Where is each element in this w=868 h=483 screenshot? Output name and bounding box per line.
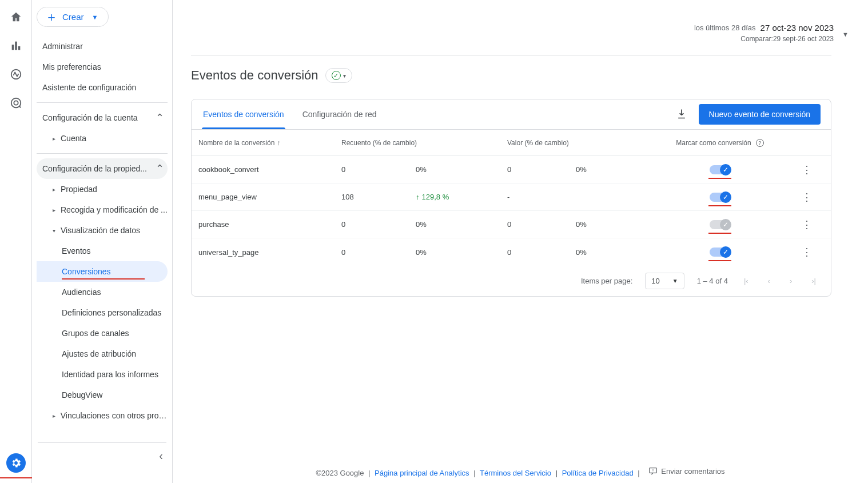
footer-link-terms[interactable]: Términos del Servicio (480, 469, 551, 477)
table-row: universal_ty_page00%00%✓⋮ (192, 238, 831, 266)
pct-change: 0% (416, 165, 427, 174)
title-status-badge[interactable]: ✓ ▾ (325, 68, 352, 83)
conversion-toggle[interactable]: ✓ (710, 193, 730, 202)
pct-change-up: ↑129,8 % (416, 193, 449, 201)
help-icon[interactable]: ? (756, 139, 764, 147)
date-range-value: 27 oct-23 nov 2023 (761, 23, 834, 33)
main-content: los últimos 28 días 27 oct-23 nov 2023 C… (173, 0, 868, 483)
col-value-label: Valor (% de cambio) (507, 139, 650, 147)
account-subitem[interactable]: ▸Cuenta (37, 128, 168, 149)
nav-item-0[interactable]: Administrar (37, 36, 168, 57)
table-row: purchase00%00%✓⋮ (192, 211, 831, 238)
svg-rect-0 (11, 45, 14, 50)
pct-change: 0% (416, 248, 427, 257)
nav-item-1[interactable]: Mis preferencias (37, 57, 168, 77)
cell-name[interactable]: cookbook_convert (198, 165, 341, 174)
date-range-compare: Comparar:29 sept-26 oct 2023 (694, 35, 834, 43)
settings-icon[interactable] (6, 453, 26, 473)
cell-count: 0 (341, 165, 416, 174)
cell-count: 0 (341, 248, 416, 257)
section-property[interactable]: Configuración de la propied... ⌃ (37, 158, 168, 179)
chevron-down-icon: ▼ (92, 14, 98, 21)
last-page-button[interactable]: ›| (808, 277, 819, 285)
cell-value-pct: 0% (576, 165, 650, 174)
cell-count: 108 (341, 193, 416, 201)
table-header: Nombre de la conversión↑ Recuento (% de … (192, 130, 831, 156)
cell-name[interactable]: menu_page_view (198, 193, 341, 201)
chevron-up-icon: ⌃ (156, 162, 164, 175)
cell-name[interactable]: universal_ty_page (198, 248, 341, 257)
create-button[interactable]: ＋ Crear ▼ (37, 7, 109, 27)
date-range-picker[interactable]: los últimos 28 días 27 oct-23 nov 2023 C… (694, 23, 834, 43)
conversion-toggle[interactable]: ✓ (710, 165, 730, 174)
nav-rail (0, 0, 32, 483)
next-page-button[interactable]: › (786, 277, 795, 285)
collapse-sidebar-button[interactable]: ‹ (159, 449, 163, 462)
nav-item-2[interactable]: Asistente de configuración (37, 77, 168, 98)
home-icon[interactable] (9, 10, 23, 24)
new-conversion-button[interactable]: Nuevo evento de conversión (699, 104, 821, 125)
property-subitem-3[interactable]: ▸Vinculaciones con otros prod... (37, 405, 168, 426)
download-icon[interactable] (676, 108, 687, 121)
reports-icon[interactable] (9, 39, 23, 53)
sidebar-leaf[interactable]: Identidad para los informes (37, 364, 168, 385)
send-feedback-button[interactable]: Enviar comentarios (648, 466, 724, 476)
advertising-icon[interactable] (9, 96, 23, 110)
property-subitem-0[interactable]: ▸Propiedad (37, 179, 168, 199)
property-subitem-1[interactable]: ▸Recogida y modificación de ... (37, 199, 168, 220)
explore-icon[interactable] (9, 67, 23, 81)
footer-link-privacy[interactable]: Política de Privacidad (562, 469, 634, 477)
pct-change: 0% (416, 220, 427, 229)
arrow-up-icon: ↑ (416, 193, 420, 201)
items-per-page-select[interactable]: 10 ▼ (645, 273, 684, 289)
cell-value-pct: 0% (576, 220, 650, 229)
sidebar-leaf[interactable]: Audiencias (37, 282, 168, 302)
prev-page-button[interactable]: ‹ (765, 277, 774, 285)
chevron-down-icon: ▼ (842, 31, 849, 38)
section-account[interactable]: Configuración de la cuenta ⌃ (37, 107, 168, 128)
triangle-icon: ▸ (53, 207, 61, 213)
svg-rect-1 (15, 42, 17, 50)
conversions-card: Eventos de conversiónConfiguración de re… (191, 99, 831, 297)
row-menu-button[interactable]: ⋮ (790, 218, 824, 231)
tab-0[interactable]: Eventos de conversión (202, 99, 285, 129)
chevron-up-icon: ⌃ (156, 111, 164, 124)
conversion-toggle[interactable]: ✓ (710, 248, 730, 257)
footer-link-analytics[interactable]: Página principal de Analytics (375, 469, 469, 477)
table-pager: Items per page: 10 ▼ 1 – 4 of 4 |‹ ‹ › ›… (192, 266, 831, 296)
check-circle-icon: ✓ (332, 71, 341, 80)
first-page-button[interactable]: |‹ (740, 277, 752, 285)
cell-value-pct: 0% (576, 248, 650, 257)
triangle-icon: ▸ (53, 413, 61, 419)
copyright: ©2023 Google (316, 469, 364, 477)
sidebar-leaf[interactable]: Conversiones (37, 261, 168, 282)
cell-value: - (507, 193, 576, 201)
sidebar-leaf[interactable]: Definiciones personalizadas (37, 302, 168, 323)
conversion-toggle[interactable]: ✓ (710, 220, 730, 229)
svg-point-5 (14, 101, 18, 105)
row-menu-button[interactable]: ⋮ (790, 163, 824, 176)
cell-value: 0 (507, 220, 576, 229)
chevron-down-icon: ▾ (343, 73, 346, 79)
property-subitem-2[interactable]: ▾Visualización de datos (37, 220, 168, 241)
sidebar-leaf[interactable]: Grupos de canales (37, 323, 168, 344)
sidebar-leaf[interactable]: DebugView (37, 385, 168, 405)
triangle-icon: ▸ (53, 186, 61, 193)
feedback-icon (648, 466, 658, 476)
table-row: menu_page_view108↑129,8 %-✓⋮ (192, 183, 831, 211)
row-menu-button[interactable]: ⋮ (790, 246, 824, 258)
col-name[interactable]: Nombre de la conversión↑ (198, 139, 341, 147)
items-per-page-label: Items per page: (581, 277, 632, 285)
cell-count: 0 (341, 220, 416, 229)
sidebar-leaf[interactable]: Ajustes de atribución (37, 344, 168, 364)
col-mark-label: Marcar como conversión? (650, 139, 790, 147)
sidebar-leaf[interactable]: Eventos (37, 241, 168, 261)
cell-value: 0 (507, 165, 576, 174)
col-count-label: Recuento (% de cambio) (341, 139, 507, 147)
tab-1[interactable]: Configuración de red (301, 99, 378, 129)
date-range-prefix: los últimos 28 días (694, 23, 756, 32)
triangle-right-icon: ▸ (53, 135, 61, 142)
row-menu-button[interactable]: ⋮ (790, 191, 824, 203)
cell-name[interactable]: purchase (198, 220, 341, 229)
chevron-down-icon: ▼ (672, 278, 678, 284)
